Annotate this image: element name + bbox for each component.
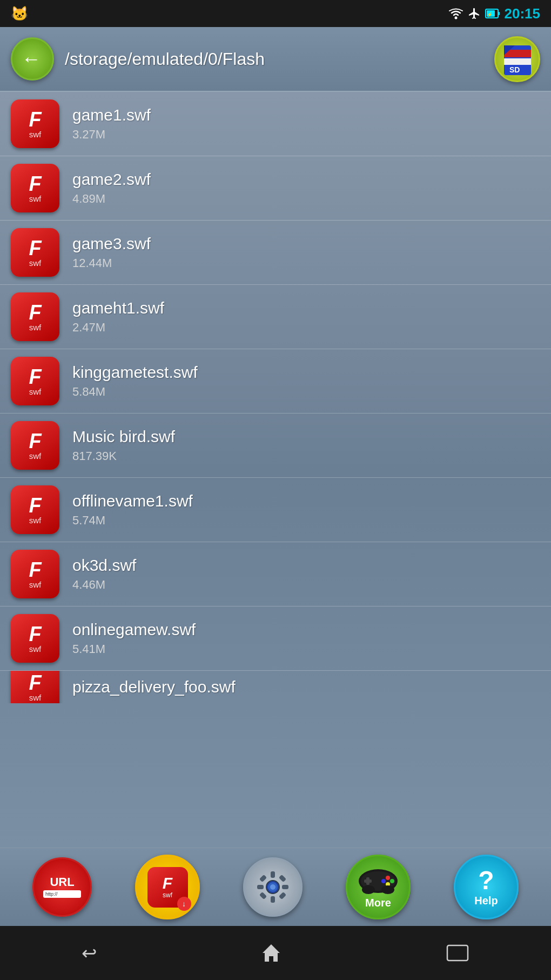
nav-home-icon: [260, 942, 282, 964]
file-name: onlinegamew.swf: [72, 621, 196, 639]
svg-rect-14: [271, 896, 275, 903]
file-name: pizza_delivery_foo.swf: [72, 678, 236, 696]
file-name: offlinevame1.swf: [72, 492, 193, 510]
nav-bar: ↩: [0, 926, 551, 980]
nav-recent-button[interactable]: [429, 938, 486, 968]
svg-point-31: [362, 885, 375, 894]
file-size: 12.44M: [72, 256, 151, 270]
svg-point-22: [270, 884, 276, 890]
file-size: 4.46M: [72, 578, 136, 592]
swf-file-icon: F swf: [11, 99, 59, 148]
swf-file-icon: F swf: [11, 421, 59, 470]
svg-rect-3: [498, 12, 500, 15]
svg-rect-8: [504, 58, 531, 65]
swf-file-icon: F swf: [11, 164, 59, 212]
status-time: 20:15: [505, 5, 541, 22]
svg-rect-18: [279, 875, 286, 882]
file-list: F swf game1.swf 3.27M F swf game2.swf 4.…: [0, 92, 551, 848]
file-size: 5.84M: [72, 385, 198, 399]
help-icon: ?: [478, 868, 494, 894]
swf-file-icon: F swf: [11, 614, 59, 663]
list-item[interactable]: F swf pizza_delivery_foo.swf: [0, 671, 551, 703]
file-name: game2.swf: [72, 170, 151, 189]
settings-button[interactable]: [243, 857, 303, 917]
svg-rect-13: [271, 871, 275, 878]
svg-point-32: [381, 885, 394, 894]
status-bar: 🐱 ⚡ 20:15: [0, 0, 551, 27]
svg-text:⚡: ⚡: [487, 11, 493, 18]
file-size: 817.39K: [72, 449, 175, 463]
list-item[interactable]: F swf offlinevame1.swf 5.74M: [0, 478, 551, 542]
list-item[interactable]: F swf game2.swf 4.89M: [0, 156, 551, 221]
gamepad-icon: [357, 865, 400, 895]
sd-card-button[interactable]: SD: [494, 36, 540, 82]
swf-file-icon: F swf: [11, 292, 59, 341]
gear-icon: [254, 868, 292, 906]
sd-card-icon: SD: [499, 40, 536, 78]
status-bar-left: 🐱: [11, 5, 32, 22]
list-item[interactable]: F swf game3.swf 12.44M: [0, 221, 551, 285]
svg-point-28: [390, 879, 394, 883]
swf-file-icon: F swf: [11, 485, 59, 534]
file-name: kinggametest.swf: [72, 363, 198, 382]
list-item[interactable]: F swf ok3d.swf 4.46M: [0, 542, 551, 606]
svg-rect-26: [366, 877, 369, 885]
svg-point-29: [381, 879, 386, 883]
bottom-toolbar: URL http:// F swf ↓: [0, 848, 551, 926]
svg-text:🐱: 🐱: [11, 5, 29, 22]
help-button[interactable]: ? Help: [454, 855, 519, 919]
help-label: Help: [474, 895, 498, 907]
url-button[interactable]: URL http://: [32, 857, 92, 917]
current-path: /storage/emulated/0/Flash: [65, 49, 483, 69]
svg-marker-33: [263, 944, 280, 962]
swf-file-icon: F swf: [11, 357, 59, 405]
battery-icon: ⚡: [485, 8, 500, 19]
nav-home-button[interactable]: [244, 937, 298, 969]
svg-point-1: [454, 17, 457, 19]
list-item[interactable]: F swf game1.swf 3.27M: [0, 92, 551, 156]
swf-file-icon: F swf: [11, 550, 59, 598]
file-name: ok3d.swf: [72, 556, 136, 575]
nav-recent-icon: [446, 944, 469, 962]
list-item[interactable]: F swf onlinegamew.swf 5.41M: [0, 606, 551, 671]
file-size: 2.47M: [72, 321, 164, 335]
header: ← /storage/emulated/0/Flash SD: [0, 27, 551, 92]
file-size: 3.27M: [72, 128, 151, 142]
file-name: Music bird.swf: [72, 428, 175, 446]
more-label: More: [365, 897, 391, 909]
list-item[interactable]: F swf gameht1.swf 2.47M: [0, 285, 551, 349]
download-button[interactable]: F swf ↓: [135, 855, 200, 919]
url-label: URL: [50, 876, 74, 888]
svg-rect-20: [279, 892, 286, 899]
file-name: game1.swf: [72, 106, 151, 124]
svg-point-27: [386, 876, 390, 880]
file-size: 5.41M: [72, 642, 196, 656]
nav-back-button[interactable]: ↩: [65, 937, 113, 969]
svg-rect-34: [447, 945, 468, 961]
download-icon: F swf ↓: [147, 867, 188, 908]
url-bar-text: http://: [45, 891, 58, 897]
svg-rect-19: [259, 892, 267, 899]
list-item[interactable]: F swf Music bird.swf 817.39K: [0, 414, 551, 478]
file-size: 4.89M: [72, 192, 151, 206]
more-button[interactable]: More: [346, 855, 411, 919]
airplane-icon: [468, 7, 481, 20]
wifi-icon: [448, 8, 463, 19]
file-size: 5.74M: [72, 514, 193, 528]
file-name: gameht1.swf: [72, 299, 164, 317]
swf-file-icon: F swf: [11, 228, 59, 277]
svg-rect-15: [257, 885, 264, 889]
list-item[interactable]: F swf kinggametest.swf 5.84M: [0, 349, 551, 414]
svg-rect-16: [282, 885, 288, 889]
back-button[interactable]: ←: [11, 37, 54, 81]
cat-icon: 🐱: [11, 5, 32, 22]
url-bar: http://: [43, 890, 81, 898]
swf-file-icon: F swf: [11, 671, 59, 703]
back-arrow-icon: ←: [22, 48, 41, 70]
nav-back-icon: ↩: [82, 942, 97, 964]
status-bar-right: ⚡ 20:15: [448, 5, 541, 22]
svg-rect-17: [259, 875, 267, 882]
svg-text:SD: SD: [509, 65, 520, 74]
file-name: game3.swf: [72, 235, 151, 253]
